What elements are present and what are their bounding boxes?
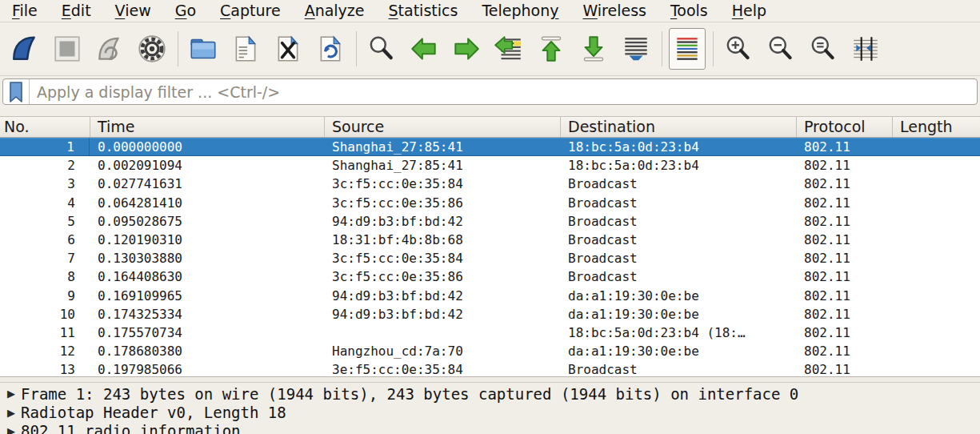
save-file-icon bbox=[230, 34, 261, 64]
close-file-icon bbox=[273, 34, 303, 64]
reload-file-button[interactable] bbox=[312, 28, 349, 70]
filter-bookmark-icon bbox=[9, 82, 23, 102]
detail-row-text: 802.11 radio information bbox=[21, 422, 241, 434]
packet-row[interactable]: 40.0642814103c:f5:cc:0e:35:86Broadcast80… bbox=[0, 194, 980, 212]
resize-columns-button[interactable] bbox=[847, 28, 884, 70]
open-file-button[interactable] bbox=[185, 28, 222, 70]
save-file-button[interactable] bbox=[227, 28, 264, 70]
packet-cell-length bbox=[892, 287, 980, 305]
packet-cell-length bbox=[892, 360, 980, 376]
go-forward-button[interactable] bbox=[448, 28, 485, 70]
packet-cell-time: 0.169109965 bbox=[90, 287, 324, 305]
detail-row-text: Radiotap Header v0, Length 18 bbox=[21, 404, 286, 421]
packet-row[interactable]: 30.0277416313c:f5:cc:0e:35:84Broadcast80… bbox=[0, 175, 980, 193]
display-filter-bar bbox=[0, 76, 980, 108]
menu-help[interactable]: Help bbox=[720, 0, 778, 22]
go-to-last-packet-button[interactable] bbox=[575, 28, 612, 70]
go-to-packet-button[interactable] bbox=[490, 28, 527, 70]
packet-row[interactable]: 70.1303038803c:f5:cc:0e:35:84Broadcast80… bbox=[0, 249, 980, 267]
stop-capture-button[interactable] bbox=[49, 28, 86, 70]
packet-row[interactable]: 100.17432533494:d9:b3:bf:bd:42da:a1:19:3… bbox=[0, 305, 980, 323]
packet-row[interactable]: 20.002091094Shanghai_27:85:4118:bc:5a:0d… bbox=[0, 156, 980, 175]
filter-bookmark-button[interactable] bbox=[3, 79, 30, 104]
packet-cell-source: 3c:f5:cc:0e:35:86 bbox=[324, 267, 560, 286]
go-to-first-packet-button[interactable] bbox=[533, 28, 570, 70]
expander-triangle-icon[interactable]: ▶ bbox=[0, 425, 21, 434]
main-toolbar bbox=[0, 22, 980, 76]
packet-cell-destination: da:a1:19:30:0e:be bbox=[560, 342, 796, 360]
detail-tree-row[interactable]: ▶Radiotap Header v0, Length 18 bbox=[0, 403, 980, 421]
display-filter-input[interactable] bbox=[30, 79, 977, 104]
column-header-no[interactable]: No. bbox=[0, 117, 90, 137]
expander-triangle-icon[interactable]: ▶ bbox=[0, 388, 21, 400]
capture-options-button[interactable] bbox=[134, 28, 170, 70]
packet-row[interactable]: 60.12019031018:31:bf:4b:8b:68Broadcast80… bbox=[0, 231, 980, 249]
menu-view[interactable]: View bbox=[103, 0, 163, 22]
packet-cell-no: 1 bbox=[0, 138, 90, 156]
packet-row[interactable]: 50.09502867594:d9:b3:bf:bd:42Broadcast80… bbox=[0, 212, 980, 231]
menu-wireless[interactable]: Wireless bbox=[570, 0, 658, 22]
menu-statistics[interactable]: Statistics bbox=[377, 0, 470, 22]
packet-list-pane: No.TimeSourceDestinationProtocolLength 1… bbox=[0, 108, 980, 376]
go-back-button[interactable] bbox=[406, 28, 442, 70]
packet-cell-protocol: 802.11 bbox=[796, 194, 892, 212]
packet-cell-time: 0.027741631 bbox=[90, 175, 324, 193]
expander-triangle-icon[interactable]: ▶ bbox=[0, 407, 21, 419]
packet-cell-protocol: 802.11 bbox=[796, 138, 892, 156]
find-packet-button[interactable] bbox=[363, 28, 400, 70]
packet-cell-source bbox=[324, 323, 560, 342]
packet-cell-destination: da:a1:19:30:0e:be bbox=[560, 287, 796, 305]
packet-cell-destination: Broadcast bbox=[560, 175, 796, 193]
menu-edit[interactable]: Edit bbox=[50, 0, 103, 22]
packet-cell-source: 94:d9:b3:bf:bd:42 bbox=[324, 212, 560, 231]
packet-row[interactable]: 90.16910996594:d9:b3:bf:bd:42da:a1:19:30… bbox=[0, 287, 980, 305]
start-capture-button[interactable] bbox=[6, 28, 43, 70]
packet-cell-source: 18:31:bf:4b:8b:68 bbox=[324, 231, 560, 249]
detail-tree-row[interactable]: ▶802.11 radio information bbox=[0, 422, 980, 434]
packet-row[interactable]: 80.1644086303c:f5:cc:0e:35:86Broadcast80… bbox=[0, 267, 980, 286]
packet-cell-protocol: 802.11 bbox=[796, 305, 892, 323]
auto-scroll-button[interactable] bbox=[618, 28, 654, 70]
menu-file[interactable]: File bbox=[0, 0, 50, 22]
packet-cell-time: 0.130303880 bbox=[90, 249, 324, 267]
zoom-normal-button[interactable] bbox=[805, 28, 842, 70]
restart-capture-button[interactable] bbox=[91, 28, 128, 70]
menu-tools[interactable]: Tools bbox=[658, 0, 720, 22]
close-file-button[interactable] bbox=[270, 28, 306, 70]
column-header-length[interactable]: Length bbox=[892, 117, 980, 137]
start-capture-shark-fin-icon bbox=[10, 34, 40, 64]
packet-cell-source: 3e:f5:cc:0e:35:84 bbox=[324, 360, 560, 376]
menu-analyze[interactable]: Analyze bbox=[293, 0, 377, 22]
packet-row[interactable]: 10.000000000Shanghai_27:85:4118:bc:5a:0d… bbox=[0, 138, 980, 156]
zoom-in-button[interactable] bbox=[720, 28, 757, 70]
packet-cell-destination: Broadcast bbox=[560, 194, 796, 212]
packet-cell-no: 6 bbox=[0, 231, 90, 249]
packet-cell-destination: Broadcast bbox=[560, 360, 796, 376]
pane-splitter[interactable] bbox=[0, 376, 980, 383]
packet-row[interactable]: 110.17557073418:bc:5a:0d:23:b4 (18:…802.… bbox=[0, 323, 980, 342]
packet-cell-length bbox=[892, 305, 980, 323]
zoom-out-button[interactable] bbox=[762, 28, 799, 70]
packet-list: 10.000000000Shanghai_27:85:4118:bc:5a:0d… bbox=[0, 138, 980, 376]
capture-options-gear-icon bbox=[137, 34, 167, 64]
colorize-packets-button[interactable] bbox=[669, 28, 706, 70]
packet-cell-source: 3c:f5:cc:0e:35:84 bbox=[324, 175, 560, 193]
menu-telephony[interactable]: Telephony bbox=[470, 0, 570, 22]
column-header-protocol[interactable]: Protocol bbox=[796, 117, 892, 137]
packet-cell-source: Shanghai_27:85:41 bbox=[324, 156, 560, 175]
packet-cell-destination: Broadcast bbox=[560, 212, 796, 231]
packet-cell-destination: da:a1:19:30:0e:be bbox=[560, 305, 796, 323]
packet-cell-protocol: 802.11 bbox=[796, 287, 892, 305]
column-header-source[interactable]: Source bbox=[324, 117, 560, 137]
column-header-destination[interactable]: Destination bbox=[560, 117, 796, 137]
menu-capture[interactable]: Capture bbox=[208, 0, 293, 22]
packet-row[interactable]: 130.1979850663e:f5:cc:0e:35:84Broadcast8… bbox=[0, 360, 980, 376]
auto-scroll-icon bbox=[621, 34, 651, 64]
column-header-time[interactable]: Time bbox=[90, 117, 324, 137]
open-file-folder-icon bbox=[188, 34, 218, 64]
menu-go[interactable]: Go bbox=[163, 0, 208, 22]
detail-row-text: Frame 1: 243 bytes on wire (1944 bits), … bbox=[21, 385, 798, 403]
detail-tree-row[interactable]: ▶Frame 1: 243 bytes on wire (1944 bits),… bbox=[0, 384, 980, 403]
toolbar-separator bbox=[178, 31, 178, 66]
packet-row[interactable]: 120.178680380Hangzhou_cd:7a:70da:a1:19:3… bbox=[0, 342, 980, 360]
